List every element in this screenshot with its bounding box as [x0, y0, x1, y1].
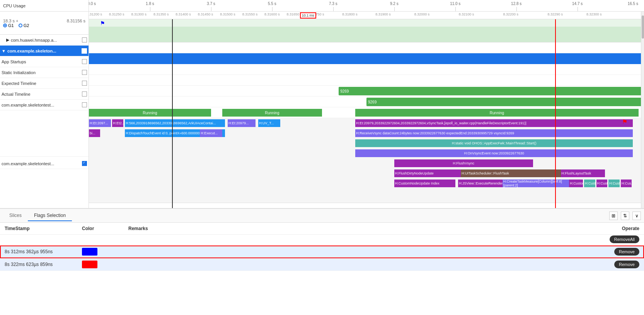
- bar-cust2: H:Cust...: [596, 180, 608, 187]
- bar-createtask: H:CreateTaskMeasure[Column][self:8][pare…: [503, 180, 569, 187]
- sub-tick-12: 8.31900 s: [375, 12, 391, 16]
- radio-g1[interactable]: G1: [3, 23, 14, 28]
- expected-checkbox[interactable]: [82, 81, 87, 86]
- section-header-skeleton[interactable]: ▼ com.example.skeleton...: [0, 46, 89, 56]
- highlight-label: 10.1 ms: [302, 14, 314, 17]
- red-flag-icon: ⚑: [622, 119, 627, 125]
- bar-flushlayout: H:FlushLayoutTask: [561, 169, 605, 177]
- sub-tick-5: 8.31450 s: [198, 12, 213, 16]
- remove-all-cell: RemoveAll: [562, 235, 639, 243]
- skeleton-checkbox[interactable]: [82, 48, 87, 54]
- ruler-tick-9: 16.5 s: [628, 2, 638, 6]
- sub-tick-14: 8.32100 s: [459, 12, 474, 16]
- row0-remove-button[interactable]: Remove: [614, 248, 639, 256]
- trace-area: CPU Usage 0.0 s 1.8 s 3.7 s 5.5 s 7.3 s …: [0, 0, 644, 208]
- sub-tick-7: 8.31550 s: [242, 12, 258, 16]
- expected-bar: 9269: [339, 87, 644, 95]
- scrollbar-thumb[interactable]: [642, 15, 644, 39]
- remove-all-button[interactable]: RemoveAll: [610, 235, 639, 243]
- bar-jsview: H:JSView::ExecuteRerender: [458, 180, 503, 187]
- radio-g2[interactable]: G2: [19, 23, 29, 28]
- bar-et4: H:Et:20979...: [228, 119, 256, 127]
- left-row-process1[interactable]: ▶ com.huawei.hmsapp.a...: [0, 35, 89, 46]
- tab-slices[interactable]: Slices: [3, 210, 28, 221]
- row0-timestamp: 8s 312ms 362µs 955ns: [5, 249, 82, 254]
- flags-row-0[interactable]: 8s 312ms 362µs 955ns Remove: [0, 246, 644, 258]
- actual-checkbox[interactable]: [82, 91, 87, 97]
- tab-flags-selection[interactable]: Flags Selection: [28, 210, 72, 221]
- bar-main-thread: H:static void OHOS::AppExecFwk::MainThre…: [355, 139, 633, 147]
- expected-label: Expected Timeline: [2, 81, 82, 86]
- table-header: TimeStamp Color Remarks Operate: [0, 223, 644, 235]
- col-header-remarks: Remarks: [128, 226, 562, 231]
- highlight-tooltip: 10.1 ms: [300, 12, 316, 19]
- sub-tick-2: 8.31300 s: [131, 12, 147, 16]
- left-row-static-init[interactable]: Static Initialization: [0, 67, 89, 78]
- ruler-tick-3: 5.5 s: [268, 2, 276, 6]
- bar-cust3: H:Cust...: [608, 180, 620, 187]
- tab-icon-filter[interactable]: ⇅: [621, 212, 629, 220]
- left-row-actual[interactable]: Actual Timeline: [0, 89, 89, 100]
- bottom-panel: Slices Flags Selection ⊞ ⇅ ∨ TimeStamp C…: [0, 208, 644, 315]
- cpu-header: 18.3 s + 8.31156 s G1 G2: [0, 12, 89, 35]
- tab-icon-grid[interactable]: ⊞: [609, 212, 618, 220]
- row0-operate: Remove: [562, 248, 639, 256]
- top-ruler: CPU Usage 0.0 s 1.8 s 3.7 s 5.5 s 7.3 s …: [0, 0, 644, 12]
- bar-large-purple: H:Et:20979,2033922972604,2033922972604,v…: [355, 119, 633, 127]
- bar-uvt: H:UV_T...: [258, 119, 280, 127]
- bar-bi: bi...: [89, 129, 100, 137]
- cpu-time-value: 8.31156 s: [67, 19, 85, 23]
- row1-remove-button[interactable]: Remove: [614, 261, 639, 268]
- bar-customnode: H:CustomNodeUpdate Index: [394, 180, 455, 187]
- cpu-usage-title: CPU Usage: [3, 3, 26, 8]
- left-panel: 18.3 s + 8.31156 s G1 G2: [0, 12, 89, 208]
- bar-customn: H:CustomN...: [569, 180, 583, 187]
- sub-tick-1: 8.31250 s: [109, 12, 124, 16]
- row1-color-red: [82, 261, 97, 268]
- bottom-tabs: Slices Flags Selection ⊞ ⇅ ∨: [0, 209, 644, 223]
- sub-tick-6: 8.31500 s: [220, 12, 235, 16]
- left-row-app-startups[interactable]: App Startups: [0, 56, 89, 67]
- bar-et2: H:Et2...: [112, 119, 123, 127]
- ruler-tick-4: 7.3 s: [329, 2, 337, 6]
- process1-checkbox[interactable]: [82, 37, 87, 42]
- remove-all-row: RemoveAll: [0, 235, 644, 246]
- static-init-label: Static Initialization: [2, 70, 82, 75]
- sub-tick-17: 8.32300 s: [586, 12, 602, 16]
- ruler-tick-0: 0.0 s: [89, 2, 96, 6]
- process1-label: com.huawei.hmsapp.a...: [11, 38, 82, 42]
- cpu-time-range: 18.3 s +: [3, 19, 18, 23]
- actual-bar: 9269: [366, 98, 644, 106]
- left-row-skeleton-test2[interactable]: com.example.skeletontest...: [0, 158, 89, 169]
- sub-tick-16: 8.32290 s: [547, 12, 563, 16]
- left-row-skeleton-test[interactable]: com.example.skeletontest...: [0, 100, 89, 110]
- flags-row-1[interactable]: 8s 322ms 623µs 859ns Remove: [0, 258, 644, 271]
- skeleton-test2-checkbox[interactable]: [82, 161, 87, 166]
- radio-dot-g1: [3, 24, 7, 27]
- row1-color-swatch: [82, 261, 128, 268]
- sub-tick-15: 8.32200 s: [503, 12, 519, 16]
- bar-onvsync: H:OnVsyncEvent now:2033922677630: [355, 149, 633, 157]
- bar-cus4: H:Cus...: [621, 180, 632, 187]
- col-header-operate: Operate: [562, 226, 639, 231]
- tab-icons: ⊞ ⇅ ∨: [609, 212, 641, 220]
- left-row-empty1: [0, 110, 89, 157]
- blue-flag-start: ⚑: [100, 20, 105, 26]
- ruler-tick-7: 12.8 s: [511, 2, 521, 6]
- ruler-container: 0.0 s 1.8 s 3.7 s 5.5 s 7.3 s 9.2 s 11.0…: [89, 0, 644, 11]
- bar-execut: H:Execut...: [200, 129, 222, 137]
- main-container: CPU Usage 0.0 s 1.8 s 3.7 s 5.5 s 7.3 s …: [0, 0, 644, 315]
- app-startups-checkbox[interactable]: [82, 59, 87, 64]
- vertical-scrollbar[interactable]: [641, 12, 644, 208]
- sub-tick-11: 8.31800 s: [342, 12, 358, 16]
- tab-icon-expand[interactable]: ∨: [632, 212, 641, 220]
- col-header-color: Color: [82, 226, 128, 231]
- bar-cust1: H:Cust...: [584, 180, 595, 187]
- blue-flag-icon: ⚑: [100, 20, 105, 26]
- skeleton-test-checkbox[interactable]: [82, 102, 87, 107]
- sub-tick-4: 8.31400 s: [175, 12, 191, 16]
- timeline-content: 18.3 s + 8.31156 s G1 G2: [0, 12, 644, 208]
- running-bar-1: Running: [89, 109, 211, 117]
- static-init-checkbox[interactable]: [82, 70, 87, 75]
- left-row-expected[interactable]: Expected Timeline: [0, 78, 89, 89]
